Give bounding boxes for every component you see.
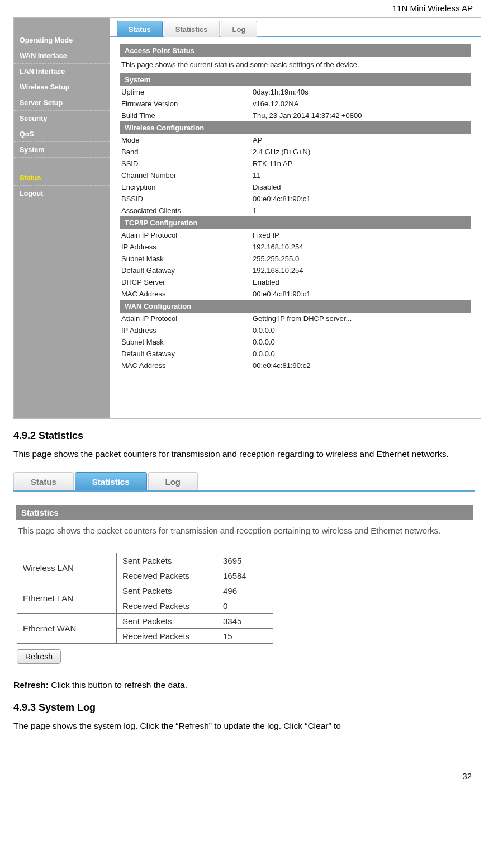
heading-statistics: 4.9.2 Statistics <box>13 430 473 442</box>
status-key: DHCP Server <box>121 278 253 286</box>
refresh-text: Click this button to refresh the data. <box>49 680 187 690</box>
sidebar-item[interactable]: Security <box>14 111 110 126</box>
status-key: Mode <box>121 136 253 144</box>
status-key: Attain IP Protocol <box>121 314 253 323</box>
tab-status[interactable]: Status <box>13 472 74 490</box>
table-row: Ethernet WANSent Packets3345 <box>17 613 273 628</box>
tab-statistics[interactable]: Statistics <box>164 21 220 37</box>
status-row: Attain IP ProtocolGetting IP from DHCP s… <box>120 313 471 324</box>
status-value: RTK 11n AP <box>253 159 469 168</box>
status-value: Getting IP from DHCP server... <box>253 314 469 323</box>
status-value: 0.0.0.0 <box>253 338 469 346</box>
screenshot-statistics: StatusStatisticsLog Statistics This page… <box>13 469 475 668</box>
status-value: 255.255.255.0 <box>253 254 469 263</box>
section-header: Wireless Configuration <box>120 121 471 134</box>
status-value: v16e.12.02NA <box>253 100 469 108</box>
status-row: Attain IP ProtocolFixed IP <box>120 229 471 241</box>
status-value: Enabled <box>253 278 469 286</box>
sidebar-item[interactable]: WAN Interface <box>14 48 110 64</box>
table-group: Ethernet WAN <box>17 613 117 643</box>
status-key: IP Address <box>121 326 253 334</box>
table-row: Wireless LANSent Packets3695 <box>17 553 273 568</box>
status-row: MAC Address00:e0:4c:81:90:c2 <box>120 360 471 371</box>
table-value: 3345 <box>217 613 273 628</box>
sidebar-item[interactable]: Operating Mode <box>14 32 110 48</box>
paragraph-statistics: This page shows the packet counters for … <box>13 447 471 461</box>
sidebar-item[interactable]: Status <box>14 170 110 186</box>
doc-header-title: 11N Mini Wireless AP <box>0 0 484 17</box>
status-key: Encryption <box>121 183 253 191</box>
section-header: System <box>120 73 471 86</box>
sidebar-item[interactable]: Server Setup <box>14 95 110 111</box>
statistics-table: Wireless LANSent Packets3695Received Pac… <box>17 553 273 644</box>
table-group: Ethernet LAN <box>17 583 117 613</box>
status-key: Subnet Mask <box>121 338 253 346</box>
section-header: WAN Configuration <box>120 300 471 313</box>
sidebar-item[interactable]: QoS <box>14 126 110 142</box>
statistics-panel: Statistics This page shows the packet co… <box>13 492 475 668</box>
tab-status[interactable]: Status <box>117 21 163 37</box>
status-key: Uptime <box>121 88 253 96</box>
section-desc-statistics: This page shows the packet counters for … <box>16 520 473 553</box>
table-metric: Received Packets <box>117 568 217 583</box>
tab-bar: StatusStatisticsLog <box>110 18 481 37</box>
status-value: 0.0.0.0 <box>253 326 469 334</box>
table-metric: Sent Packets <box>117 613 217 628</box>
sidebar-item[interactable]: Logout <box>14 186 110 201</box>
status-row: Subnet Mask0.0.0.0 <box>120 336 471 348</box>
status-row: Default Gataway0.0.0.0 <box>120 348 471 360</box>
status-row: IP Address192.168.10.254 <box>120 241 471 253</box>
tab-log[interactable]: Log <box>221 21 258 37</box>
table-value: 15 <box>217 628 273 643</box>
table-group: Wireless LAN <box>17 553 117 583</box>
table-metric: Received Packets <box>117 598 217 613</box>
status-key: Build Time <box>121 111 253 120</box>
status-key: Band <box>121 148 253 156</box>
status-key: Subnet Mask <box>121 254 253 263</box>
status-key: Attain IP Protocol <box>121 231 253 239</box>
status-value: 2.4 GHz (B+G+N) <box>253 148 469 156</box>
screenshot-status: Operating ModeWAN InterfaceLAN Interface… <box>13 17 481 419</box>
status-row: ModeAP <box>120 134 471 146</box>
status-row: Firmware Versionv16e.12.02NA <box>120 98 471 110</box>
main-panel: StatusStatisticsLog Access Point StatusT… <box>110 18 481 418</box>
status-row: Default Gataway192.168.10.254 <box>120 265 471 276</box>
status-row: EncryptionDisabled <box>120 181 471 193</box>
table-row: Ethernet LANSent Packets496 <box>17 583 273 598</box>
status-row: BSSID00:e0:4c:81:90:c1 <box>120 193 471 205</box>
status-row: Subnet Mask255.255.255.0 <box>120 253 471 265</box>
status-row: MAC Address00:e0:4c:81:90:c1 <box>120 288 471 300</box>
status-key: MAC Address <box>121 290 253 298</box>
tab-log[interactable]: Log <box>148 472 198 490</box>
status-key: BSSID <box>121 195 253 203</box>
status-row: IP Address0.0.0.0 <box>120 324 471 336</box>
status-value: Disabled <box>253 183 469 191</box>
status-row: Associated Clients1 <box>120 205 471 216</box>
refresh-label: Refresh: <box>13 680 49 690</box>
status-value: 192.168.10.254 <box>253 243 469 251</box>
status-row: Band2.4 GHz (B+G+N) <box>120 146 471 158</box>
sidebar-item[interactable]: Wireless Setup <box>14 79 110 95</box>
status-value: Fixed IP <box>253 231 469 239</box>
sidebar-item[interactable]: LAN Interface <box>14 64 110 79</box>
paragraph-system-log: The page shows the system log. Click the… <box>13 719 471 733</box>
table-metric: Sent Packets <box>117 553 217 568</box>
status-value: 0.0.0.0 <box>253 350 469 358</box>
status-value: AP <box>253 136 469 144</box>
table-value: 0 <box>217 598 273 613</box>
section-desc: This page shows the current status and s… <box>120 57 471 73</box>
section-header: Access Point Status <box>120 44 471 57</box>
refresh-button[interactable]: Refresh <box>17 649 61 664</box>
status-row: Uptime0day:1h:19m:40s <box>120 86 471 98</box>
status-key: Firmware Version <box>121 100 253 108</box>
status-key: IP Address <box>121 243 253 251</box>
status-row: SSIDRTK 11n AP <box>120 158 471 169</box>
table-value: 3695 <box>217 553 273 568</box>
table-value: 496 <box>217 583 273 598</box>
page-number: 32 <box>0 758 484 784</box>
refresh-description: Refresh: Click this button to refresh th… <box>13 678 471 692</box>
tab-bar-2: StatusStatisticsLog <box>13 469 475 492</box>
tab-statistics[interactable]: Statistics <box>75 472 147 490</box>
sidebar-item[interactable]: System <box>14 142 110 158</box>
sidebar: Operating ModeWAN InterfaceLAN Interface… <box>14 18 110 418</box>
